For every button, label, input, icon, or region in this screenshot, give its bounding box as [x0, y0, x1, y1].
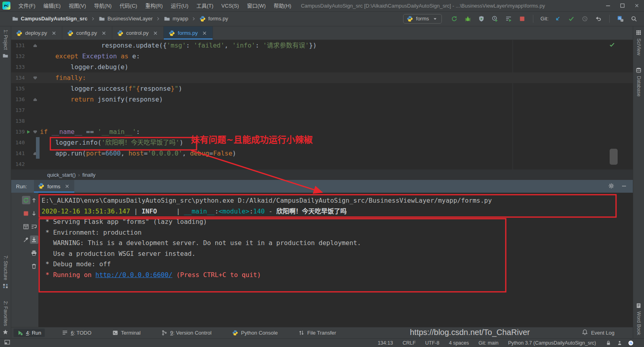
breadcrumb-item[interactable]: BusinessViewLayer — [99, 16, 153, 22]
scrollend-button[interactable] — [30, 235, 38, 244]
rollback-button[interactable] — [593, 14, 604, 24]
python-interpreter[interactable]: Python 3.7 (CampusDailyAutoSign_src) — [508, 340, 596, 346]
pin-button[interactable] — [22, 235, 30, 244]
editor-tab-config.py[interactable]: config.py — [62, 26, 112, 40]
inspections-ok-icon[interactable] — [609, 42, 615, 50]
close-icon[interactable] — [51, 30, 57, 36]
stripe-label: 2: Favorites — [3, 301, 8, 326]
layout-button[interactable] — [22, 222, 30, 231]
tool-stripe-database[interactable]: Database — [636, 67, 642, 96]
code-breadcrumb-item[interactable]: finally — [82, 172, 95, 178]
code-editor[interactable]: 131response.update({'msg': 'failed', 'in… — [11, 40, 633, 170]
profiler-button[interactable] — [490, 14, 500, 24]
close-icon[interactable] — [101, 30, 107, 36]
menu-item[interactable]: 工具(T) — [192, 0, 217, 11]
breadcrumb-item[interactable]: CampusDailyAutoSign_src — [12, 16, 87, 22]
tool-window-button-run[interactable]: 4: Run — [14, 329, 45, 337]
translate-button[interactable]: G — [615, 14, 626, 24]
menu-item[interactable]: 代码(C) — [115, 0, 141, 11]
concurrency-button[interactable] — [503, 14, 514, 24]
menu-item[interactable]: 视图(V) — [65, 0, 90, 11]
stop-button[interactable] — [22, 209, 30, 217]
folder-icon — [2, 53, 8, 59]
fold-marker-icon[interactable] — [32, 97, 38, 102]
breadcrumb: CampusDailyAutoSign_srcBusinessViewLayer… — [12, 16, 228, 22]
rerun-button[interactable] — [22, 196, 30, 204]
down-button[interactable] — [30, 209, 38, 217]
run-console[interactable]: E:\_ALKAID\envs\CampusDailyAutoSign_src\… — [38, 193, 633, 327]
editor-scrollbar-thumb[interactable] — [610, 149, 618, 165]
caret-position[interactable]: 134:13 — [378, 340, 393, 346]
fold-marker-icon[interactable] — [32, 43, 38, 48]
tool-window-button-file-transfer[interactable]: File Transfer — [295, 329, 340, 337]
code-line: 142 — [11, 159, 633, 170]
coverage-button[interactable] — [476, 14, 487, 24]
menu-item[interactable]: 导航(N) — [90, 0, 115, 11]
softwrap-button[interactable] — [30, 222, 38, 231]
tool-stripe-sciview[interactable]: SciView — [636, 30, 642, 55]
run-line-icon[interactable] — [25, 130, 32, 134]
git-branch[interactable]: Git: main — [479, 340, 499, 346]
window-close-icon[interactable] — [630, 0, 644, 11]
code-breadcrumb-item[interactable]: quick_start() — [47, 172, 76, 178]
mascot-icon[interactable] — [617, 340, 622, 346]
breadcrumb-item[interactable]: forms.py — [199, 16, 228, 22]
tool-stripe-word-book[interactable]: Word Book — [636, 303, 642, 335]
history-button[interactable] — [580, 14, 590, 24]
breadcrumb-item[interactable]: myapp — [164, 16, 188, 22]
tool-window-button-version-control[interactable]: 9: Version Control — [158, 329, 215, 337]
close-icon[interactable] — [201, 30, 208, 36]
indent-style[interactable]: 4 spaces — [449, 340, 469, 346]
close-icon[interactable] — [152, 30, 159, 36]
line-separator[interactable]: CRLF — [403, 340, 416, 346]
print-button[interactable] — [30, 249, 38, 257]
fold-marker-icon[interactable] — [32, 76, 38, 80]
tool-window-label: 9: Version Control — [170, 330, 211, 336]
search-button[interactable] — [629, 14, 639, 24]
debug-button[interactable] — [463, 14, 473, 24]
console-link[interactable]: http://0.0.0.0:6600/ — [95, 271, 173, 279]
menu-item[interactable]: 文件(F) — [14, 0, 40, 11]
dock-toggle-icon[interactable] — [4, 339, 10, 347]
menu-item[interactable]: 帮助(H) — [270, 0, 295, 11]
stripe-label: Word Book — [636, 311, 642, 335]
tool-window-button-todo[interactable]: 6: TODO — [58, 329, 95, 337]
tool-stripe-2-favorites[interactable]: 2: Favorites — [2, 301, 8, 335]
up-button[interactable] — [30, 196, 38, 204]
tool-stripe-1-project[interactable]: 1: Project — [2, 30, 8, 59]
run-config-selector[interactable]: forms — [403, 14, 442, 24]
hide-panel-icon[interactable] — [621, 183, 627, 190]
menu-item[interactable]: 窗口(W) — [243, 0, 270, 11]
close-icon[interactable] — [64, 183, 70, 189]
rerun-button[interactable] — [449, 14, 459, 24]
tab-label: config.py — [76, 30, 97, 36]
fold-marker-icon[interactable] — [32, 130, 38, 134]
menu-item[interactable]: VCS(S) — [217, 0, 243, 11]
trash-button[interactable] — [30, 262, 38, 270]
update-button[interactable] — [553, 14, 563, 24]
line-number: 141 — [11, 150, 25, 156]
window-minimize-icon[interactable] — [601, 0, 615, 11]
file-encoding[interactable]: UTF-8 — [425, 340, 439, 346]
tool-stripe-7-structure[interactable]: 7: Structure — [2, 255, 8, 289]
folder-icon — [99, 16, 105, 22]
menu-item[interactable]: 重构(R) — [141, 0, 167, 11]
editor-tab-forms.py[interactable]: forms.py — [164, 26, 213, 40]
grid-icon — [636, 30, 642, 36]
code-text: app.run(port=6600, host='0.0.0.0', debug… — [38, 148, 236, 159]
run-tab[interactable]: forms — [34, 180, 74, 193]
editor-tab-control.py[interactable]: control.py — [112, 26, 164, 40]
tool-window-label: Python Console — [241, 330, 278, 336]
editor-tab-deploy.py[interactable]: deploy.py — [11, 26, 62, 40]
tool-window-button-python-console[interactable]: Python Console — [229, 329, 281, 337]
menu-item[interactable]: 运行(U) — [167, 0, 192, 11]
google-icon[interactable]: G — [628, 340, 634, 346]
stop-button[interactable] — [517, 14, 527, 24]
tool-window-button-terminal[interactable]: Terminal — [109, 329, 144, 337]
lock-icon[interactable] — [606, 340, 611, 346]
window-maximize-icon[interactable] — [615, 0, 630, 11]
settings-gear-icon[interactable] — [608, 183, 614, 190]
menu-item[interactable]: 编辑(E) — [40, 0, 65, 11]
branch-icon — [161, 330, 167, 336]
commit-button[interactable] — [566, 14, 576, 24]
